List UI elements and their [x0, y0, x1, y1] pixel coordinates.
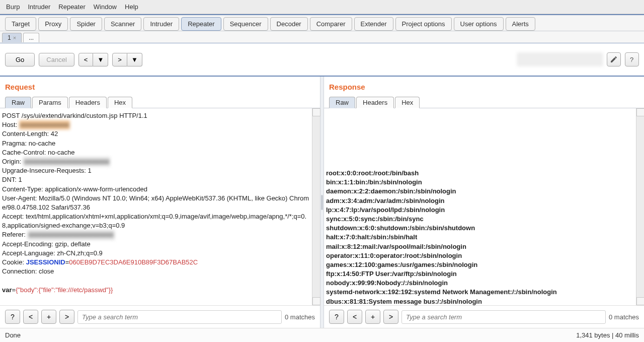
tab-alerts[interactable]: Alerts [506, 17, 535, 31]
history-forward-group: > ▼ [112, 53, 142, 66]
tab-target[interactable]: Target [5, 17, 36, 31]
menu-repeater[interactable]: Repeater [56, 2, 87, 12]
tab-label: ... [29, 34, 34, 41]
tab-comparer[interactable]: Comparer [310, 17, 352, 31]
tab-intruder[interactable]: Intruder [143, 17, 179, 31]
scroll-down-icon[interactable] [312, 297, 320, 305]
edit-target-button[interactable] [607, 52, 621, 66]
tab-spider[interactable]: Spider [70, 17, 102, 31]
split-divider[interactable] [320, 77, 324, 328]
request-tab-headers[interactable]: Headers [69, 97, 107, 108]
request-response-split: Request Raw Params Headers Hex POST /sys… [0, 77, 644, 328]
request-raw-editor[interactable]: POST /sys/ui/extend/varkind/custom.jsp H… [0, 108, 312, 305]
search-next-button[interactable]: > [59, 310, 74, 324]
search-prev-button[interactable]: < [347, 310, 362, 324]
target-display[interactable] [517, 53, 603, 66]
request-scrollbar[interactable] [312, 108, 320, 305]
pencil-icon [610, 55, 618, 63]
menu-intruder[interactable]: Intruder [26, 2, 52, 12]
response-pane: Response Raw Headers Hex root:x:0:0:root… [324, 77, 644, 328]
request-tab-hex[interactable]: Hex [108, 97, 132, 108]
tab-decoder[interactable]: Decoder [270, 17, 308, 31]
search-help-button[interactable]: ? [329, 310, 344, 324]
response-tab-raw[interactable]: Raw [329, 97, 355, 108]
search-prev-button[interactable]: < [23, 310, 38, 324]
request-search-input[interactable] [77, 310, 282, 324]
repeater-instance-tabs: 1 × ... [0, 31, 644, 43]
tab-project-options[interactable]: Project options [395, 17, 452, 31]
tab-extender[interactable]: Extender [354, 17, 393, 31]
request-match-count: 0 matches [285, 313, 315, 321]
tab-scanner[interactable]: Scanner [104, 17, 141, 31]
status-right: 1,341 bytes | 40 millis [576, 331, 639, 339]
response-scrollbar[interactable] [636, 108, 644, 305]
search-add-button[interactable]: + [365, 310, 380, 324]
status-left: Done [5, 331, 21, 339]
response-tab-hex[interactable]: Hex [395, 97, 420, 108]
menu-burp[interactable]: Burp [4, 2, 22, 12]
history-back-dropdown[interactable]: ▼ [93, 53, 108, 66]
response-subtabs: Raw Headers Hex [324, 93, 644, 108]
tab-label: 1 [8, 34, 11, 41]
search-next-button[interactable]: > [383, 310, 398, 324]
svg-text:?: ? [630, 56, 633, 63]
tab-user-options[interactable]: User options [454, 17, 504, 31]
request-tab-params[interactable]: Params [32, 97, 68, 108]
request-tab-raw[interactable]: Raw [5, 97, 31, 108]
search-help-button[interactable]: ? [5, 310, 20, 324]
search-add-button[interactable]: + [41, 310, 56, 324]
tab-sequencer[interactable]: Sequencer [223, 17, 268, 31]
response-title: Response [329, 83, 639, 91]
response-tab-headers[interactable]: Headers [356, 97, 394, 108]
history-forward-button[interactable]: > [112, 53, 127, 66]
cancel-button[interactable]: Cancel [39, 53, 74, 66]
request-title: Request [5, 83, 315, 91]
response-search-input[interactable] [401, 310, 606, 324]
go-button[interactable]: Go [5, 53, 35, 66]
request-pane: Request Raw Params Headers Hex POST /sys… [0, 77, 320, 328]
response-search-bar: ? < + > 0 matches [324, 305, 644, 328]
scroll-down-icon[interactable] [636, 297, 644, 305]
repeater-instance-tab-1[interactable]: 1 × [2, 33, 22, 42]
close-icon[interactable]: × [13, 35, 16, 41]
response-match-count: 0 matches [609, 313, 639, 321]
menu-window[interactable]: Window [92, 2, 119, 12]
status-bar: Done 1,341 bytes | 40 millis [0, 328, 644, 342]
scroll-up-icon[interactable] [636, 108, 644, 116]
tab-proxy[interactable]: Proxy [38, 17, 68, 31]
menu-help[interactable]: Help [123, 2, 140, 12]
history-back-button[interactable]: < [78, 53, 94, 66]
repeater-instance-tab-more[interactable]: ... [23, 33, 39, 42]
request-search-bar: ? < + > 0 matches [0, 305, 320, 328]
main-tab-bar: Target Proxy Spider Scanner Intruder Rep… [0, 14, 644, 31]
history-back-group: < ▼ [78, 53, 108, 66]
help-button[interactable]: ? [625, 52, 639, 66]
help-icon: ? [628, 55, 636, 63]
request-subtabs: Raw Params Headers Hex [0, 93, 320, 108]
response-raw-viewer[interactable]: root:x:0:0:root:/root:/bin/bashbin:x:1:1… [324, 108, 636, 305]
tab-repeater[interactable]: Repeater [181, 17, 221, 31]
history-forward-dropdown[interactable]: ▼ [127, 53, 142, 66]
menu-bar: Burp Intruder Repeater Window Help [0, 0, 644, 14]
scroll-up-icon[interactable] [312, 108, 320, 116]
repeater-toolbar: Go Cancel < ▼ > ▼ ? [0, 43, 644, 77]
